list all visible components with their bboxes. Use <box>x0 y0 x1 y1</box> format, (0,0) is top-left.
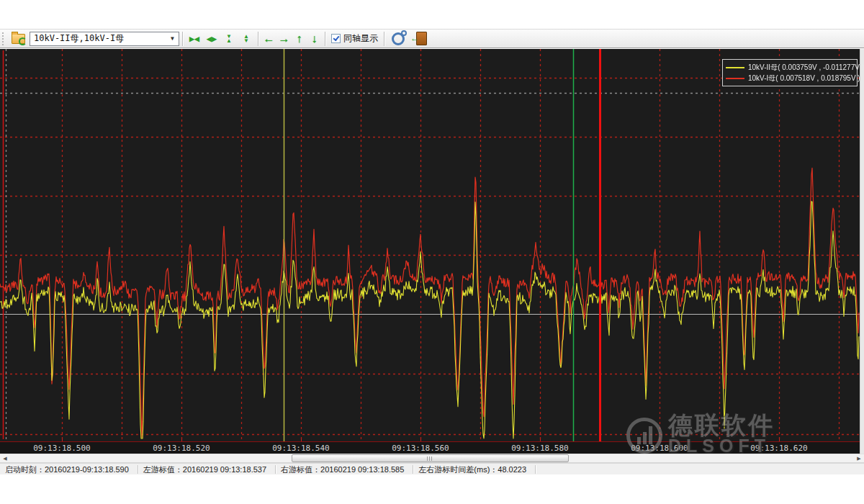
coaxial-display-option[interactable]: 同轴显示 <box>331 32 378 45</box>
chevron-down-icon[interactable]: ▼ <box>166 35 179 42</box>
chart-legend: 10kV-II母( 0.003759V , -0.011277V )10kV-I… <box>722 59 858 86</box>
arrow-down-icon: ↓ <box>312 32 318 45</box>
settings-gear-icon[interactable] <box>392 32 405 45</box>
status-item: 左游标值：20160219 09:13:18.537 <box>138 465 276 474</box>
pan-down-button[interactable]: ↓ <box>307 31 322 47</box>
vertical-scrollbar[interactable] <box>860 49 864 454</box>
legend-line-sample <box>726 67 744 68</box>
pan-left-button[interactable]: ← <box>261 31 276 47</box>
legend-item: 10kV-II母( 0.003759V , -0.011277V ) <box>726 62 854 73</box>
arrow-right-icon: → <box>279 32 290 45</box>
status-bar: 启动时刻：20160219-09:13:18.590左游标值：20160219 … <box>0 463 864 474</box>
status-item: 启动时刻：20160219-09:13:18.590 <box>0 465 138 474</box>
compress-vertical-button[interactable]: ▼▲ <box>220 31 238 47</box>
toolbar-separator <box>258 32 258 46</box>
status-item: 右游标值：20160219 09:13:18.585 <box>276 465 413 474</box>
time-axis: 09:13:18.50009:13:18.52009:13:18.54009:1… <box>0 441 860 454</box>
open-waveform-icon[interactable] <box>12 34 25 44</box>
time-axis-label: 09:13:18.580 <box>508 444 572 453</box>
toolbar: 10kV-II母,10kV-I母 ▼ ▶◀ ◀▶ ▼▲ ▲▼ ← → ↑ ↓ 同… <box>0 29 864 48</box>
legend-line-sample <box>726 78 744 79</box>
compress-vertical-icon: ▼▲ <box>226 35 232 43</box>
refresh-arrow-icon <box>19 37 27 45</box>
scroll-right-arrow-icon[interactable]: ▶ <box>855 454 863 462</box>
horizontal-scrollbar[interactable]: ◀ ▶ <box>0 454 864 463</box>
time-axis-label: 09:13:18.540 <box>269 444 333 453</box>
legend-label: 10kV-II母( 0.003759V , -0.011277V ) <box>748 63 864 73</box>
status-item: 左右游标时间差(ms)：48.0223 <box>413 465 536 474</box>
scroll-left-arrow-icon[interactable]: ◀ <box>1 454 9 462</box>
compress-horizontal-button[interactable]: ▶◀ <box>186 31 203 47</box>
waveform-canvas[interactable] <box>0 49 860 441</box>
legend-label: 10kV-I母( 0.007518V , 0.018795V ) <box>748 73 860 84</box>
time-axis-label: 09:13:18.500 <box>30 444 94 453</box>
toolbar-separator <box>182 32 183 46</box>
channel-combobox-value: 10kV-II母,10kV-I母 <box>34 32 124 45</box>
exit-door-icon[interactable]: ← <box>416 32 427 45</box>
horizontal-scrollbar-thumb[interactable] <box>292 454 569 462</box>
coaxial-display-checkbox[interactable] <box>331 34 341 43</box>
channel-combobox[interactable]: 10kV-II母,10kV-I母 ▼ <box>30 32 179 46</box>
expand-horizontal-button[interactable]: ◀▶ <box>203 31 220 47</box>
thumb-grip-icon <box>427 456 433 461</box>
legend-item: 10kV-I母( 0.007518V , 0.018795V ) <box>726 73 854 84</box>
time-axis-label: 09:13:18.520 <box>149 444 214 453</box>
toolbar-separator <box>384 32 384 46</box>
time-axis-label: 09:13:18.620 <box>747 444 811 453</box>
exit-arrow-icon: ← <box>410 35 419 42</box>
time-axis-label: 09:13:18.560 <box>388 444 453 453</box>
expand-horizontal-icon: ◀▶ <box>207 35 217 42</box>
arrow-left-icon: ← <box>264 32 275 45</box>
compress-horizontal-icon: ▶◀ <box>189 35 199 42</box>
toolbar-grip[interactable] <box>2 32 6 45</box>
time-axis-label: 09:13:18.600 <box>627 444 692 453</box>
expand-vertical-button[interactable]: ▲▼ <box>238 31 255 47</box>
pan-right-button[interactable]: → <box>276 31 292 47</box>
arrow-up-icon: ↑ <box>297 32 302 45</box>
pan-up-button[interactable]: ↑ <box>292 31 307 47</box>
expand-vertical-icon: ▲▼ <box>243 35 249 43</box>
coaxial-display-label: 同轴显示 <box>343 32 378 45</box>
toolbar-separator <box>325 32 325 46</box>
